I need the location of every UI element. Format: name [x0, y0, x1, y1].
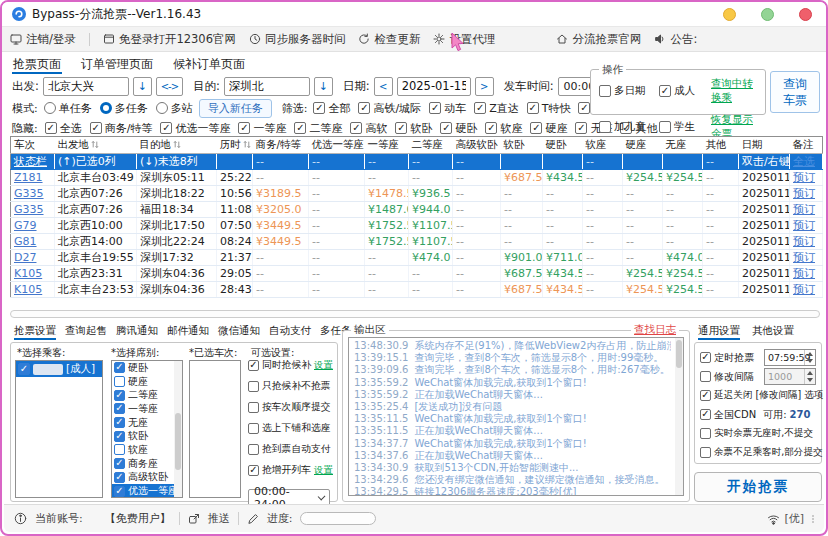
seat-checkbox[interactable] [114, 376, 125, 387]
from-input[interactable] [43, 77, 129, 96]
seat-type-item[interactable]: 高级软卧 [112, 471, 182, 485]
filter-checkbox[interactable]: 全部 [313, 101, 350, 116]
option-checkbox[interactable] [248, 360, 259, 371]
filter-checkbox[interactable]: Z直达 [474, 101, 519, 116]
hide-checkbox[interactable]: 优选一等座 [160, 121, 230, 136]
grab-option[interactable]: 按车次顺序提交 [248, 400, 336, 415]
checkbox[interactable] [350, 122, 362, 134]
checkbox[interactable] [474, 102, 486, 114]
train-link[interactable]: G79 [14, 219, 37, 232]
seat-checkbox[interactable] [114, 390, 125, 401]
query-tickets-button[interactable]: 查询车票 [770, 71, 820, 113]
book-link[interactable]: 预订 [793, 203, 815, 216]
timed-grab-time-spinner[interactable]: 07:59:59 [764, 349, 816, 366]
column-header-软卧[interactable]: 软卧 [501, 137, 543, 154]
settings-tab[interactable]: 查询起售 [65, 324, 107, 340]
minimize-button[interactable] [723, 8, 736, 21]
seat-checkbox[interactable] [114, 362, 125, 373]
table-row[interactable]: G335北京西07:26深圳北18:2210:56¥3189.5--¥1478.… [11, 186, 823, 202]
partial-submit-checkbox[interactable] [700, 447, 711, 458]
hide-checkbox[interactable]: 软座 [485, 121, 522, 136]
column-header-高级软卧[interactable]: 高级软卧 [453, 137, 501, 154]
hide-checkbox[interactable]: 一等座 [238, 121, 286, 136]
book-link[interactable]: 预订 [793, 171, 815, 184]
seat-type-item[interactable]: 软座 [112, 443, 182, 457]
select-all-link[interactable]: 全选 [793, 155, 815, 168]
table-status-row[interactable]: 状态栏(↑)已选0列(↓)未选8列--------------双击/右键全选 [11, 154, 823, 170]
column-header-硬卧[interactable]: 硬卧 [543, 137, 583, 154]
checkbox[interactable] [90, 122, 102, 134]
book-link[interactable]: 预订 [793, 187, 815, 200]
seat-type-item[interactable]: 优选一等座 [112, 484, 182, 498]
option-checkbox[interactable] [248, 465, 259, 476]
hide-checkbox[interactable]: 商务/特等 [90, 121, 153, 136]
table-row[interactable]: D27北京丰台19:55深圳17:3221:37------¥474.0--¥9… [11, 250, 823, 266]
toolbar-item-refresh[interactable]: 检查更新 [358, 32, 420, 47]
seat-type-item[interactable]: 二等座 [112, 388, 182, 402]
settings-tab[interactable]: 抢票设置 [14, 324, 56, 340]
push-label[interactable]: 推送 [208, 511, 230, 526]
checkbox[interactable] [294, 122, 306, 134]
ops-checkbox[interactable]: 成人 [659, 84, 711, 98]
date-input[interactable] [397, 77, 471, 96]
interval-spinner[interactable]: 1000 [764, 368, 816, 385]
option-checkbox[interactable] [248, 423, 259, 434]
column-header-其他[interactable]: 其他 [703, 137, 739, 154]
find-log-link[interactable]: 查找日志 [631, 323, 679, 337]
checkbox[interactable] [238, 122, 250, 134]
column-header-软座[interactable]: 软座 [583, 137, 623, 154]
table-row[interactable]: G335北京西07:26福田18:3411:08¥3205.0--¥1487.0… [11, 202, 823, 218]
radio-button[interactable] [44, 102, 56, 114]
column-header-无座[interactable]: 无座 [663, 137, 703, 154]
resize-grip[interactable] [812, 515, 814, 523]
ops-checkbox[interactable]: 加儿童 [599, 120, 659, 134]
table-row[interactable]: Z181北京丰台03:49深圳东05:1125:22----------¥687… [11, 170, 823, 186]
page-tab[interactable]: 订单管理页面 [80, 55, 154, 74]
train-link[interactable]: G81 [14, 235, 37, 248]
train-link[interactable]: K105 [14, 283, 42, 296]
seat-scrollbar[interactable] [174, 361, 182, 497]
option-checkbox[interactable] [248, 444, 259, 455]
passenger-listbox[interactable]: [成人] [15, 360, 103, 498]
column-header-备注[interactable]: 备注 [790, 137, 823, 154]
book-link[interactable]: 预订 [793, 251, 815, 264]
to-dropdown-button[interactable]: ↓ [314, 77, 333, 96]
column-header-历时[interactable]: 历时 [217, 137, 253, 154]
checkbox[interactable] [45, 122, 57, 134]
checkbox[interactable] [440, 122, 452, 134]
table-row[interactable]: G81北京西14:00深圳北22:2408:24¥3449.5--¥1752.5… [11, 234, 823, 250]
seat-checkbox[interactable] [114, 403, 125, 414]
hide-checkbox[interactable]: 硬卧 [440, 121, 477, 136]
column-header-优选一等座[interactable]: 优选一等座 [309, 137, 365, 154]
import-task-button[interactable]: 导入新任务 [199, 99, 272, 118]
filter-checkbox[interactable]: T特快 [527, 101, 571, 116]
seat-checkbox[interactable] [114, 486, 125, 497]
train-link[interactable]: G335 [14, 187, 44, 200]
seat-type-item[interactable]: 软卧 [112, 429, 182, 443]
option-checkbox[interactable] [248, 381, 259, 392]
toolbar-item-window[interactable]: 免登录打开12306官网 [103, 32, 236, 47]
grab-option[interactable]: 同时抢候补设置 [248, 358, 336, 373]
toolbar-item-home[interactable]: 分流抢票官网 [556, 32, 641, 47]
column-header-商务/特等[interactable]: 商务/特等 [253, 137, 309, 154]
settings-tab[interactable]: 自动支付 [269, 324, 311, 340]
grab-option[interactable]: 选上下铺和选座 [248, 421, 336, 436]
seat-type-item[interactable]: 一等座 [112, 402, 182, 416]
mode-radio[interactable]: 单任务 [44, 101, 92, 116]
checkbox[interactable] [358, 102, 370, 114]
general-settings-tab[interactable]: 其他设置 [752, 324, 794, 340]
close-button[interactable] [799, 8, 812, 21]
status-bar-link[interactable]: 状态栏 [14, 155, 47, 168]
train-link[interactable]: Z181 [14, 171, 43, 184]
delay-close-checkbox[interactable] [700, 390, 711, 401]
seat-type-item[interactable]: 商务座 [112, 457, 182, 471]
grab-option[interactable]: 抢增开列车设置 [248, 463, 336, 478]
checkbox[interactable] [578, 102, 590, 114]
maximize-button[interactable] [761, 8, 774, 21]
checkbox[interactable] [527, 102, 539, 114]
checkbox[interactable] [599, 85, 611, 97]
hide-checkbox[interactable]: 硬座 [530, 121, 567, 136]
page-tab[interactable]: 候补订单页面 [172, 55, 246, 74]
output-log[interactable]: 13:48:30.9系统内存不足(91%)，降低WebView2内存占用，防止崩… [348, 337, 684, 496]
column-header-日期[interactable]: 日期 [739, 137, 790, 154]
